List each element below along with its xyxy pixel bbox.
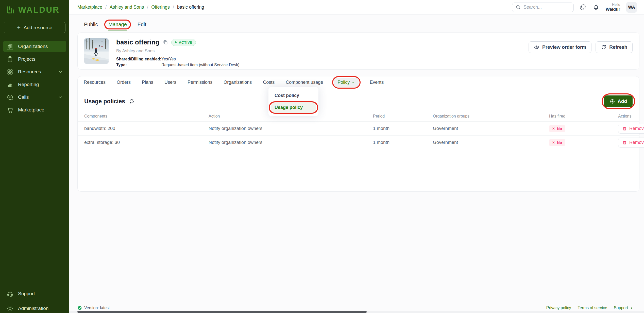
tab-plans[interactable]: Plans: [142, 80, 153, 85]
gear-icon: [7, 305, 13, 312]
trash-icon: [622, 140, 627, 145]
add-button[interactable]: Add: [604, 95, 633, 107]
support-link[interactable]: Support: [614, 306, 633, 310]
trash-icon: [622, 126, 627, 131]
sidebar-item-administration[interactable]: Administration: [3, 303, 66, 313]
sidebar-item-label: Marketplace: [18, 107, 44, 113]
logo-text: WALDUR: [18, 5, 60, 15]
add-resource-button[interactable]: + Add resource: [4, 22, 65, 33]
detail-row: Shared/Billing enabled: Yes/Yes: [116, 57, 240, 61]
offering-thumbnail: [84, 38, 109, 64]
remove-button[interactable]: Remove: [618, 138, 644, 147]
sidebar-item-label: Organizations: [18, 44, 48, 49]
cell-components: extra_storage: 30: [84, 140, 209, 145]
offering-title: basic offering: [116, 38, 159, 46]
sidebar-item-support[interactable]: Support: [3, 288, 66, 299]
refresh-icon: [601, 44, 606, 50]
status-dot-icon: [175, 41, 177, 43]
tab-resources[interactable]: Resources: [84, 80, 106, 85]
section-title: Usage policies: [84, 98, 125, 105]
sidebar-item-label: Reporting: [18, 82, 39, 87]
footer: Version: latest Privacy policy Terms of …: [77, 306, 633, 310]
sidebar-item-reporting[interactable]: Reporting: [3, 79, 66, 90]
sync-icon[interactable]: [129, 98, 134, 104]
table-row: bandwidth: 200 Notify organization owner…: [78, 121, 639, 135]
logo[interactable]: WALDUR: [0, 0, 69, 16]
menu-item-cost-policy[interactable]: Cost policy: [271, 90, 316, 101]
horizontal-scrollbar-track: [69, 311, 644, 313]
usage-policies-header: Usage policies Add: [78, 88, 639, 111]
eye-icon: [534, 44, 539, 50]
detail-row: Type: Request-based item (without Servic…: [116, 63, 240, 67]
chevron-down-icon: [58, 70, 63, 74]
has-fired-badge: ✕ No: [549, 125, 565, 132]
terms-of-service-link[interactable]: Terms of service: [578, 306, 607, 310]
copy-icon[interactable]: [163, 40, 168, 45]
sidebar-item-label: Support: [18, 291, 35, 296]
tab-public[interactable]: Public: [84, 22, 98, 27]
breadcrumb-organization[interactable]: Ashley and Sons: [110, 5, 144, 10]
offering-byline: By Ashley and Sons: [116, 48, 240, 54]
preview-order-form-button[interactable]: Preview order form: [529, 41, 591, 53]
search-input[interactable]: [523, 5, 570, 10]
search-box[interactable]: [512, 3, 574, 12]
sidebar-item-projects[interactable]: Projects: [3, 54, 66, 65]
sidebar-item-resources[interactable]: Resources: [3, 66, 66, 77]
sidebar-nav: Organizations Projects R: [0, 41, 69, 116]
grid-icon: [7, 69, 13, 75]
table-row: extra_storage: 30 Notify organization ow…: [78, 135, 639, 149]
tab-permissions[interactable]: Permissions: [188, 80, 212, 85]
cell-action: Notify organization owners: [209, 140, 373, 145]
messages-icon[interactable]: [580, 4, 587, 11]
user-greeting: Hello Waldur: [606, 3, 620, 12]
headset-icon: [7, 290, 13, 297]
tab-manage[interactable]: Manage: [108, 22, 127, 27]
tab-policy[interactable]: Policy: [334, 78, 359, 87]
bell-icon[interactable]: [593, 4, 600, 11]
cell-action: Notify organization owners: [209, 126, 373, 131]
breadcrumb: Marketplace / Ashley and Sons / Offering…: [77, 5, 204, 10]
sidebar-footer: Support Administration: [0, 283, 69, 313]
status-badge: ACTIVE: [171, 39, 196, 46]
cell-components: bandwidth: 200: [84, 126, 209, 131]
cell-groups: Government: [433, 140, 549, 145]
app-window: WALDUR + Add resource Organizations: [0, 0, 644, 313]
sidebar-item-calls[interactable]: Calls: [3, 92, 66, 103]
clipboard-icon: [7, 56, 13, 63]
chat-bubble-icon: [7, 94, 13, 101]
has-fired-badge: ✕ No: [549, 139, 565, 146]
horizontal-scrollbar-thumb[interactable]: [77, 311, 367, 313]
offering-card: basic offering ACTIVE By Ashley and Sons…: [77, 32, 639, 70]
breadcrumb-marketplace[interactable]: Marketplace: [77, 5, 102, 10]
chevron-down-icon: [351, 80, 355, 84]
buildings-icon: [7, 43, 13, 50]
menu-item-usage-policy[interactable]: Usage policy: [271, 102, 316, 113]
plus-icon: +: [17, 25, 21, 31]
breadcrumb-offerings[interactable]: Offerings: [151, 5, 170, 10]
privacy-policy-link[interactable]: Privacy policy: [546, 306, 571, 310]
version-info: Version: latest: [77, 306, 110, 310]
sidebar-item-organizations[interactable]: Organizations: [3, 41, 66, 52]
sidebar: WALDUR + Add resource Organizations: [0, 0, 69, 313]
tab-events[interactable]: Events: [370, 80, 384, 85]
tab-users[interactable]: Users: [164, 80, 176, 85]
table-header: Components Action Period Organization gr…: [78, 111, 639, 121]
tab-edit[interactable]: Edit: [138, 22, 146, 27]
tab-organizations[interactable]: Organizations: [224, 80, 252, 85]
chevron-down-icon: [58, 95, 63, 100]
x-icon: ✕: [552, 141, 555, 144]
refresh-button[interactable]: Refresh: [596, 41, 633, 53]
remove-button[interactable]: Remove: [618, 124, 644, 134]
tab-orders[interactable]: Orders: [117, 80, 131, 85]
sidebar-item-label: Projects: [18, 56, 36, 62]
tab-costs[interactable]: Costs: [263, 80, 275, 85]
sidebar-item-label: Administration: [18, 306, 48, 311]
sidebar-item-marketplace[interactable]: Marketplace: [3, 104, 66, 116]
chevron-right-icon: [630, 306, 633, 310]
tab-component-usage[interactable]: Component usage: [286, 80, 323, 85]
topbar: Marketplace / Ashley and Sons / Offering…: [69, 0, 644, 15]
plus-circle-icon: [610, 99, 615, 104]
avatar[interactable]: WA: [626, 2, 637, 13]
section-tabs: Resources Orders Plans Users Permissions…: [78, 76, 639, 88]
cart-icon: [7, 107, 13, 113]
